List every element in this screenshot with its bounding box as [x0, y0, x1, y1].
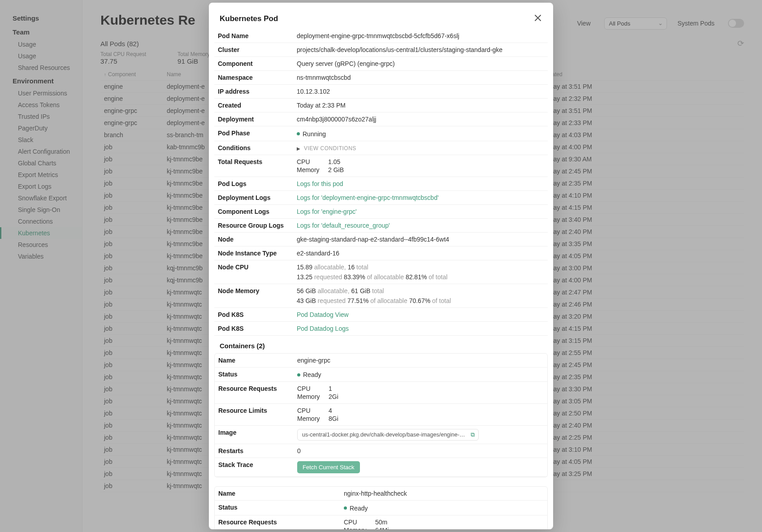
kv-nodetype-key: Node Instance Type [214, 246, 293, 260]
kv-rglogs-key: Resource Group Logs [214, 218, 293, 232]
resource-group-logs-link[interactable]: Logs for 'default_resource_group' [297, 222, 390, 229]
c1-image-key: Image [215, 426, 294, 444]
container-card: Nameengine-grpc StatusReady Resource Req… [214, 353, 548, 478]
kv-component-val: Query server (gRPC) (engine-grpc) [293, 57, 548, 71]
kv-deployment-key: Deployment [214, 112, 293, 126]
kv-phase-val: Running [297, 130, 326, 138]
kv-podk8s-logs-key: Pod K8S [214, 321, 293, 335]
kv-componentlogs-key: Component Logs [214, 204, 293, 218]
c2-requests-val: CPU50mMemory64Mi [340, 515, 547, 529]
pod-logs-link[interactable]: Logs for this pod [297, 180, 343, 187]
c1-requests-key: Resource Requests [215, 382, 294, 404]
kv-deployment-val: cm4nbp3j8000007s6zo27aljj [293, 112, 548, 126]
kv-phase-key: Pod Phase [214, 126, 293, 141]
c1-name-key: Name [215, 354, 294, 368]
status-dot-icon [297, 132, 300, 135]
view-conditions-link[interactable]: VIEW CONDITIONS [304, 145, 356, 151]
pod-datadog-view-link[interactable]: Pod Datadog View [297, 311, 349, 318]
c1-stack-key: Stack Trace [215, 458, 294, 477]
kv-pod-name-val: deployment-engine-grpc-tmnmwqtcbscbd-5cf… [293, 29, 548, 43]
kv-total-requests-key: Total Requests [214, 155, 293, 177]
kv-namespace-val: ns-tmnmwqtcbscbd [293, 71, 548, 85]
pod-datadog-logs-link[interactable]: Pod Datadog Logs [297, 325, 349, 332]
c2-status-key: Status [215, 501, 340, 515]
kv-ip-key: IP address [214, 85, 293, 99]
kv-ip-val: 10.12.3.102 [293, 85, 548, 99]
c1-limits-val: CPU4Memory8Gi [294, 404, 547, 426]
c1-name-val: engine-grpc [294, 354, 547, 368]
container-card: Namenginx-http-healthcheck StatusReady R… [214, 486, 548, 529]
kv-conditions-key: Conditions [214, 141, 293, 155]
kv-nodemem-val: 56 GiB allocatable, 61 GiB total 43 GiB … [293, 284, 548, 307]
containers-heading: Containers (2) [209, 336, 553, 353]
c2-name-key: Name [215, 487, 340, 501]
close-icon[interactable] [533, 13, 542, 24]
c1-status-key: Status [215, 367, 294, 382]
c2-status-val: Ready [344, 505, 368, 512]
fetch-stack-button[interactable]: Fetch Current Stack [297, 461, 360, 473]
expand-triangle-icon[interactable]: ▶ [297, 146, 300, 151]
kv-pod-name-key: Pod Name [214, 29, 293, 43]
kv-total-requests-val: CPU1.05 Memory2 GiB [293, 155, 548, 177]
kv-nodecpu-key: Node CPU [214, 260, 293, 284]
pod-details-modal: Kubernetes Pod Pod Namedeployment-engine… [209, 3, 553, 529]
kv-created-val: Today at 2:33 PM [293, 99, 548, 112]
kv-component-key: Component [214, 57, 293, 71]
kv-namespace-key: Namespace [214, 71, 293, 85]
component-logs-link[interactable]: Logs for 'engine-grpc' [297, 208, 357, 215]
kv-podlogs-key: Pod Logs [214, 177, 293, 190]
kv-node-key: Node [214, 232, 293, 246]
kv-nodetype-val: e2-standard-16 [293, 246, 548, 260]
c1-status-val: Ready [297, 371, 321, 378]
status-dot-icon [297, 373, 300, 376]
kv-cluster-key: Cluster [214, 43, 293, 57]
c1-restarts-val: 0 [294, 444, 547, 458]
c2-name-val: nginx-http-healthcheck [340, 487, 547, 501]
kv-node-val: gke-staging-standard-nap-e2-standard--4f… [293, 232, 548, 246]
c1-restarts-key: Restarts [215, 444, 294, 458]
deployment-logs-link[interactable]: Logs for 'deployment-engine-grpc-tmnmwqt… [297, 194, 439, 201]
status-dot-icon [344, 506, 347, 510]
kv-nodemem-key: Node Memory [214, 284, 293, 307]
copy-icon[interactable]: ⧉ [471, 432, 475, 438]
c1-limits-key: Resource Limits [215, 404, 294, 426]
kv-podk8s-view-key: Pod K8S [214, 307, 293, 321]
c1-image-val[interactable]: us-central1-docker.pkg.dev/chalk-develop… [297, 429, 479, 441]
kv-created-key: Created [214, 99, 293, 112]
c1-requests-val: CPU1Memory2Gi [294, 382, 547, 404]
kv-nodecpu-val: 15.89 allocatable, 16 total 13.25 reques… [293, 260, 548, 284]
kv-cluster-val: projects/chalk-develop/locations/us-cent… [293, 43, 548, 57]
modal-title: Kubernetes Pod [220, 14, 278, 23]
kv-deploylogs-key: Deployment Logs [214, 190, 293, 204]
c2-requests-key: Resource Requests [215, 515, 340, 529]
